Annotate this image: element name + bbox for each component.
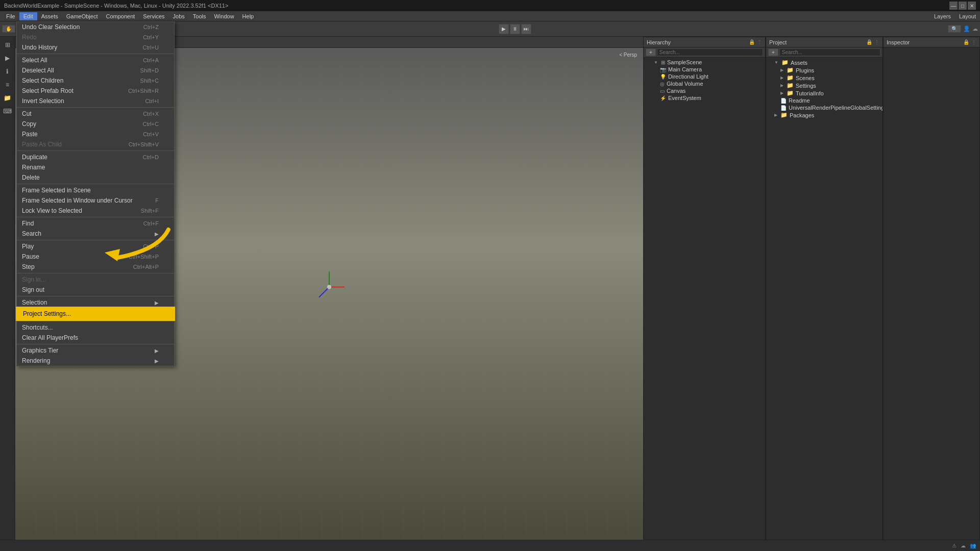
- shortcut-step: Ctrl+Alt+P: [123, 264, 159, 270]
- shortcut-select-all: Ctrl+A: [133, 57, 159, 63]
- project-add-button[interactable]: +: [768, 48, 778, 56]
- menu-item-find[interactable]: Find Ctrl+F: [17, 218, 174, 229]
- menu-item-label: Paste As Child: [22, 141, 62, 148]
- hierarchy-item-directionallight[interactable]: 💡 Directional Light: [644, 73, 765, 80]
- scene-view-icon[interactable]: ⊞: [2, 39, 14, 51]
- game-view-icon[interactable]: ▶: [2, 52, 14, 64]
- inspector-header: Inspector 🔒 ⋮: [884, 37, 979, 47]
- hierarchy-search-input[interactable]: [657, 48, 763, 56]
- menu-item-select-prefab-root[interactable]: Select Prefab Root Ctrl+Shift+R: [17, 86, 174, 96]
- layout-button[interactable]: Layout: [957, 12, 978, 20]
- menu-item-copy[interactable]: Copy Ctrl+C: [17, 119, 174, 129]
- hand-tool-button[interactable]: ✋: [2, 25, 15, 33]
- hierarchy-lock-icon[interactable]: 🔒: [749, 39, 755, 45]
- hierarchy-item-maincamera[interactable]: 📷 Main Camera: [644, 66, 765, 73]
- folder-icon-tutorial: 📁: [787, 90, 794, 96]
- light-icon: 💡: [660, 74, 666, 80]
- menu-item-frame-window-cursor[interactable]: Frame Selected in Window under Cursor F: [17, 195, 174, 206]
- menu-item-deselect-all[interactable]: Deselect All Shift+D: [17, 65, 174, 76]
- menu-item-step[interactable]: Step Ctrl+Alt+P: [17, 262, 174, 272]
- menu-item-undo-history[interactable]: Undo History Ctrl+U: [17, 42, 174, 53]
- project-menu-icon[interactable]: ⋮: [874, 39, 879, 45]
- menu-assets[interactable]: Assets: [37, 12, 62, 20]
- project-item-packages[interactable]: ▶ 📁 Packages: [766, 111, 883, 119]
- menu-help[interactable]: Help: [238, 12, 258, 20]
- project-search-input[interactable]: [779, 48, 880, 56]
- menu-item-clear-playerprefs[interactable]: Clear All PlayerPrefs: [17, 333, 174, 343]
- project-item-tutorialinfo[interactable]: ▶ 📁 TutorialInfo: [766, 89, 883, 97]
- project-lock-icon[interactable]: 🔒: [866, 39, 872, 45]
- menu-item-invert-selection[interactable]: Invert Selection Ctrl+I: [17, 96, 174, 106]
- menu-tools[interactable]: Tools: [189, 12, 210, 20]
- close-button[interactable]: ✕: [968, 2, 976, 10]
- menu-item-graphics-tier[interactable]: Graphics Tier ▶: [17, 345, 174, 356]
- project-item-plugins[interactable]: ▶ 📁 Plugins: [766, 66, 883, 74]
- menu-item-frame-selected-scene[interactable]: Frame Selected in Scene: [17, 185, 174, 195]
- inspector-icon[interactable]: ℹ: [2, 65, 14, 78]
- menu-item-lock-view[interactable]: Lock View to Selected Shift+F: [17, 206, 174, 216]
- perspective-label: < Persp: [619, 52, 637, 58]
- project-item-assets[interactable]: ▼ 📁 Assets: [766, 59, 883, 66]
- hierarchy-menu-icon[interactable]: ⋮: [757, 39, 762, 45]
- layers-button[interactable]: Layers: [932, 12, 953, 20]
- menu-edit[interactable]: Edit: [19, 12, 37, 20]
- menu-item-paste[interactable]: Paste Ctrl+V: [17, 129, 174, 139]
- menu-item-rendering[interactable]: Rendering ▶: [17, 356, 174, 366]
- hierarchy-item-label: EventSystem: [668, 95, 701, 101]
- search-toolbar-button[interactable]: 🔍: [948, 25, 961, 33]
- menu-item-selection[interactable]: Selection ▶: [17, 297, 174, 308]
- shortcut-undo: Ctrl+Z: [133, 24, 159, 30]
- menu-component[interactable]: Component: [102, 12, 139, 20]
- menu-item-shortcuts[interactable]: Shortcuts...: [17, 322, 174, 333]
- menu-item-label: Rendering: [22, 357, 50, 364]
- console-icon[interactable]: ⌨: [2, 105, 14, 117]
- inspector-title: Inspector: [887, 39, 910, 45]
- hierarchy-item-canvas[interactable]: ▭ Canvas: [644, 87, 765, 94]
- project-item-readme[interactable]: 📄 Readme: [766, 97, 883, 104]
- hierarchy-item-eventsystem[interactable]: ⚡ EventSystem: [644, 94, 765, 102]
- inspector-lock-icon[interactable]: 🔒: [963, 39, 969, 45]
- project-item-scenes[interactable]: ▶ 📁 Scenes: [766, 74, 883, 82]
- menu-item-project-settings[interactable]: Project Settings...: [17, 308, 174, 320]
- shortcut-invert-selection: Ctrl+I: [135, 98, 159, 104]
- menu-item-label: Delete: [22, 174, 40, 181]
- project-item-label: Plugins: [796, 67, 814, 73]
- play-button[interactable]: ▶: [499, 24, 509, 34]
- right-panels: Hierarchy 🔒 ⋮ + ▼ ⊞ SampleScene 📷: [643, 37, 980, 551]
- hierarchy-item-samplescene[interactable]: ▼ ⊞ SampleScene: [644, 59, 765, 66]
- menu-gameobject[interactable]: GameObject: [62, 12, 102, 20]
- project-item-settings[interactable]: ▶ 📁 Settings: [766, 82, 883, 89]
- menu-services[interactable]: Services: [139, 12, 168, 20]
- menu-item-select-children[interactable]: Select Children Shift+C: [17, 76, 174, 86]
- menu-item-delete[interactable]: Delete: [17, 172, 174, 183]
- transform-gizmo: [309, 267, 350, 312]
- menu-item-label: Sign in...: [22, 276, 46, 283]
- menu-item-cut[interactable]: Cut Ctrl+X: [17, 109, 174, 119]
- inspector-menu-icon[interactable]: ⋮: [971, 39, 976, 45]
- maximize-button[interactable]: □: [959, 2, 967, 10]
- canvas-icon: ▭: [660, 88, 665, 94]
- hierarchy-add-button[interactable]: +: [646, 48, 656, 56]
- pause-button[interactable]: ⏸: [510, 24, 520, 34]
- project-icon[interactable]: 📁: [2, 92, 14, 104]
- hierarchy-icon[interactable]: ≡: [2, 79, 14, 91]
- hierarchy-item-globalvolume[interactable]: ◎ Global Volume: [644, 80, 765, 87]
- status-cloud-icon: ☁: [961, 543, 966, 548]
- menu-item-sign-out[interactable]: Sign out: [17, 285, 174, 295]
- menu-item-select-all[interactable]: Select All Ctrl+A: [17, 55, 174, 65]
- rendering-submenu-arrow: ▶: [155, 358, 159, 364]
- menu-item-duplicate[interactable]: Duplicate Ctrl+D: [17, 152, 174, 162]
- step-button[interactable]: ⏭: [521, 24, 531, 34]
- window-title: BackndWorldExample - SampleScene - Windo…: [4, 3, 949, 9]
- menu-item-rename[interactable]: Rename: [17, 162, 174, 172]
- minimize-button[interactable]: —: [949, 2, 958, 10]
- menu-item-pause[interactable]: Pause Ctrl+Shift+P: [17, 252, 174, 262]
- menu-window[interactable]: Window: [210, 12, 238, 20]
- project-item-urp-settings[interactable]: 📄 UniversalRenderPipelineGlobalSettings: [766, 104, 883, 111]
- menu-item-search[interactable]: Search ▶: [17, 229, 174, 239]
- folder-icon-assets: 📁: [781, 59, 789, 66]
- menu-item-play[interactable]: Play Ctrl+P: [17, 241, 174, 252]
- menu-file[interactable]: File: [2, 12, 19, 20]
- menu-jobs[interactable]: Jobs: [169, 12, 189, 20]
- menu-item-undo-clear-selection[interactable]: Undo Clear Selection Ctrl+Z: [17, 22, 174, 32]
